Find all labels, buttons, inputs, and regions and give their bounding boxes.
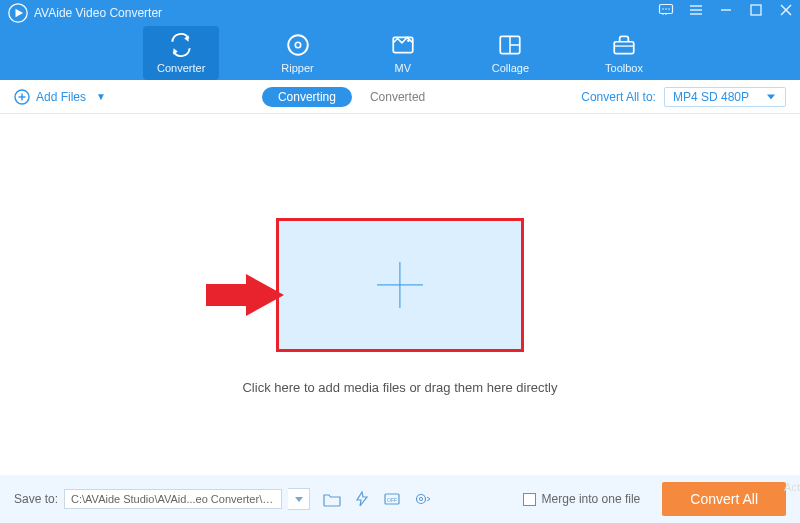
tab-collage-label: Collage bbox=[492, 62, 529, 74]
open-folder-icon[interactable] bbox=[322, 490, 342, 508]
tab-collage[interactable]: Collage bbox=[478, 26, 543, 80]
merge-label: Merge into one file bbox=[542, 492, 641, 506]
dropzone-hint: Click here to add media files or drag th… bbox=[242, 380, 557, 395]
main-tabs: Converter Ripper MV Collage Toolbox bbox=[0, 26, 800, 80]
tab-converter[interactable]: Converter bbox=[143, 26, 219, 80]
plus-icon bbox=[377, 262, 423, 308]
svg-point-18 bbox=[407, 39, 410, 42]
footer-icons: OFF bbox=[322, 490, 432, 508]
toolbar: Add Files ▼ Converting Converted Convert… bbox=[0, 80, 800, 114]
app-header: AVAide Video Converter Converter Ripper bbox=[0, 0, 800, 80]
menu-icon[interactable] bbox=[688, 2, 704, 18]
convert-all-to: Convert All to: MP4 SD 480P bbox=[581, 87, 786, 107]
svg-rect-22 bbox=[614, 42, 634, 54]
footer: Save to: C:\AVAide Studio\AVAid...eo Con… bbox=[0, 475, 800, 523]
gpu-icon[interactable]: OFF bbox=[382, 490, 402, 508]
arrow-annotation-icon bbox=[206, 274, 284, 316]
toolbox-icon bbox=[611, 32, 637, 58]
tab-ripper[interactable]: Ripper bbox=[267, 26, 327, 80]
svg-point-15 bbox=[288, 35, 308, 55]
ripper-icon bbox=[285, 32, 311, 58]
svg-marker-28 bbox=[357, 492, 367, 506]
app-logo-icon bbox=[8, 3, 28, 23]
subtab-converting[interactable]: Converting bbox=[262, 87, 352, 107]
svg-rect-10 bbox=[751, 5, 761, 15]
content-area: Click here to add media files or drag th… bbox=[0, 114, 800, 475]
svg-point-5 bbox=[668, 8, 670, 10]
close-icon[interactable] bbox=[778, 2, 794, 18]
window-controls bbox=[658, 2, 794, 18]
add-files-label: Add Files bbox=[36, 90, 86, 104]
checkbox-box-icon bbox=[523, 493, 536, 506]
maximize-icon[interactable] bbox=[748, 2, 764, 18]
svg-point-31 bbox=[417, 495, 426, 504]
tab-converter-label: Converter bbox=[157, 62, 205, 74]
svg-point-3 bbox=[662, 8, 664, 10]
merge-checkbox[interactable]: Merge into one file bbox=[523, 492, 641, 506]
save-path-dropdown[interactable] bbox=[288, 488, 310, 510]
convert-all-label: Convert All to: bbox=[581, 90, 656, 104]
subtabs: Converting Converted bbox=[262, 87, 425, 107]
gear-icon[interactable] bbox=[412, 490, 432, 508]
mv-icon bbox=[390, 32, 416, 58]
converter-icon bbox=[168, 32, 194, 58]
feedback-icon[interactable] bbox=[658, 2, 674, 18]
subtab-converted[interactable]: Converted bbox=[370, 90, 425, 104]
svg-marker-27 bbox=[206, 274, 284, 316]
tab-mv-label: MV bbox=[394, 62, 411, 74]
convert-all-button[interactable]: Convert All bbox=[662, 482, 786, 516]
tab-toolbox[interactable]: Toolbox bbox=[591, 26, 657, 80]
titlebar: AVAide Video Converter bbox=[0, 0, 800, 24]
lightning-icon[interactable] bbox=[352, 490, 372, 508]
convert-all-dropdown[interactable]: MP4 SD 480P bbox=[664, 87, 786, 107]
svg-text:OFF: OFF bbox=[387, 497, 397, 503]
collage-icon bbox=[497, 32, 523, 58]
save-to-label: Save to: bbox=[14, 492, 58, 506]
tab-toolbox-label: Toolbox bbox=[605, 62, 643, 74]
add-media-dropzone[interactable] bbox=[276, 218, 524, 352]
save-to: Save to: C:\AVAide Studio\AVAid...eo Con… bbox=[14, 488, 310, 510]
svg-marker-1 bbox=[16, 9, 24, 17]
svg-point-32 bbox=[419, 497, 422, 500]
svg-point-16 bbox=[295, 42, 300, 47]
chevron-down-icon: ▼ bbox=[96, 91, 106, 102]
plus-circle-icon bbox=[14, 89, 30, 105]
app-title: AVAide Video Converter bbox=[34, 6, 162, 20]
add-files-button[interactable]: Add Files ▼ bbox=[14, 89, 106, 105]
tab-ripper-label: Ripper bbox=[281, 62, 313, 74]
save-path-field[interactable]: C:\AVAide Studio\AVAid...eo Converter\Co… bbox=[64, 489, 282, 509]
svg-point-4 bbox=[665, 8, 667, 10]
minimize-icon[interactable] bbox=[718, 2, 734, 18]
convert-all-value: MP4 SD 480P bbox=[673, 90, 749, 104]
tab-mv[interactable]: MV bbox=[376, 26, 430, 80]
